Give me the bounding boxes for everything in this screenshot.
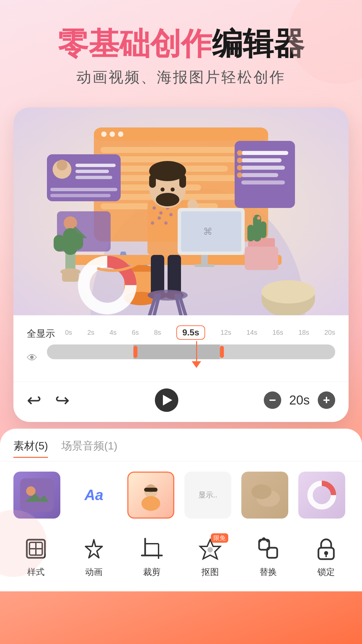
tools-row: 样式 动画 裁剪 <box>0 529 362 591</box>
bottom-section: 素材(5) 场景音频(1) Aa 显示.. <box>0 429 362 591</box>
svg-rect-17 <box>75 164 116 167</box>
animation-label: 动画 <box>85 566 103 578</box>
illustration-area: Aa <box>13 107 349 315</box>
main-card: Aa <box>13 107 349 422</box>
play-icon <box>163 395 172 406</box>
svg-rect-7 <box>101 147 255 153</box>
svg-point-46 <box>169 213 173 216</box>
svg-rect-25 <box>241 166 285 170</box>
svg-point-42 <box>159 211 163 215</box>
svg-point-54 <box>171 187 175 192</box>
svg-point-28 <box>237 150 242 156</box>
svg-rect-21 <box>50 194 111 197</box>
svg-point-4 <box>101 131 107 137</box>
svg-point-106 <box>207 547 213 552</box>
duration-minus-button[interactable]: − <box>264 391 281 409</box>
svg-point-113 <box>324 551 328 555</box>
material-thumb-display[interactable]: 显示.. <box>184 472 231 519</box>
svg-rect-24 <box>241 158 282 162</box>
svg-rect-78 <box>245 247 278 270</box>
material-thumb-ring[interactable] <box>298 472 345 519</box>
svg-rect-51 <box>179 174 186 188</box>
svg-rect-26 <box>241 173 278 177</box>
svg-rect-20 <box>50 188 117 191</box>
svg-point-29 <box>237 158 242 163</box>
tool-animation[interactable]: 动画 <box>80 535 107 578</box>
play-button[interactable] <box>155 388 178 412</box>
animation-icon <box>80 535 107 562</box>
crop-icon <box>138 535 165 562</box>
timeline-track-container[interactable]: 👁 <box>27 344 335 371</box>
tool-cutout[interactable]: 限免 抠图 <box>197 535 224 578</box>
aa-text-display: Aa <box>84 487 103 503</box>
svg-rect-8 <box>101 156 255 162</box>
tab-scene-audio[interactable]: 场景音频(1) <box>61 439 117 458</box>
track-handle-left[interactable] <box>133 346 137 358</box>
svg-rect-63 <box>194 264 215 267</box>
svg-rect-93 <box>144 488 158 492</box>
tool-crop[interactable]: 裁剪 <box>138 535 165 578</box>
tick-18s: 18s <box>298 329 309 336</box>
undo-button[interactable]: ↩ <box>27 390 42 410</box>
material-thumb-avatar[interactable] <box>127 472 174 519</box>
svg-rect-57 <box>168 255 181 295</box>
svg-point-5 <box>110 131 115 137</box>
shape1-thumb-svg <box>248 478 282 512</box>
cutout-icon: 限免 <box>197 535 224 562</box>
crop-label: 裁剪 <box>143 566 161 578</box>
svg-rect-23 <box>241 151 288 155</box>
tool-replace[interactable]: 替换 <box>255 535 282 578</box>
timeline-section: 全显示 0s 2s 4s 6s 8s 9.5s 12s 14s 16s 18s … <box>13 315 349 381</box>
svg-point-82 <box>257 216 260 220</box>
svg-text:⌘: ⌘ <box>203 226 213 237</box>
tick-14s: 14s <box>246 329 257 336</box>
svg-rect-73 <box>54 235 65 252</box>
materials-row: Aa 显示.. <box>0 462 362 529</box>
title-pink-part: 零基础创作 <box>58 26 212 61</box>
tick-6s: 6s <box>132 329 139 336</box>
svg-point-47 <box>151 221 154 225</box>
cutout-label: 抠图 <box>201 566 219 578</box>
playhead-triangle <box>192 361 201 368</box>
svg-point-53 <box>161 187 165 192</box>
play-group <box>155 388 178 412</box>
material-thumb-shape1[interactable] <box>241 472 288 519</box>
illustration-svg: Aa <box>13 107 349 315</box>
svg-rect-27 <box>241 180 285 184</box>
svg-point-95 <box>251 484 272 499</box>
tick-0s: 0s <box>65 329 72 336</box>
svg-point-52 <box>156 193 179 206</box>
playhead[interactable] <box>192 341 201 368</box>
svg-point-86 <box>261 280 315 304</box>
svg-point-45 <box>164 221 168 225</box>
svg-point-44 <box>158 216 161 220</box>
svg-point-31 <box>237 172 242 178</box>
eye-icon[interactable]: 👁 <box>27 352 38 364</box>
tick-4s: 4s <box>110 329 117 336</box>
track-handle-right[interactable] <box>220 346 224 358</box>
duration-plus-button[interactable]: + <box>318 391 335 409</box>
ring-thumb-svg <box>305 478 339 512</box>
svg-rect-18 <box>75 170 109 173</box>
tick-12s: 12s <box>221 329 231 336</box>
tab-materials[interactable]: 素材(5) <box>13 439 48 458</box>
undo-redo-group: ↩ ↪ <box>27 390 70 410</box>
subtitle: 动画视频、海报图片轻松创作 <box>20 67 342 87</box>
tool-lock[interactable]: 锁定 <box>313 535 340 578</box>
svg-rect-56 <box>151 255 164 295</box>
tabs-row: 素材(5) 场景音频(1) <box>0 429 362 462</box>
replace-icon <box>255 535 282 562</box>
image-thumb-svg <box>20 478 54 512</box>
svg-rect-81 <box>247 225 254 241</box>
replace-label: 替换 <box>259 566 277 578</box>
tick-20s: 20s <box>324 329 335 336</box>
display-label: 显示.. <box>198 490 217 500</box>
svg-rect-19 <box>75 176 112 179</box>
timeline-track[interactable] <box>47 344 335 359</box>
lock-icon <box>313 535 340 562</box>
tick-8s: 8s <box>154 329 161 336</box>
redo-button[interactable]: ↪ <box>55 390 70 410</box>
cutout-badge: 限免 <box>211 533 228 543</box>
lock-label: 锁定 <box>317 566 335 578</box>
material-thumb-text[interactable]: Aa <box>70 472 117 519</box>
